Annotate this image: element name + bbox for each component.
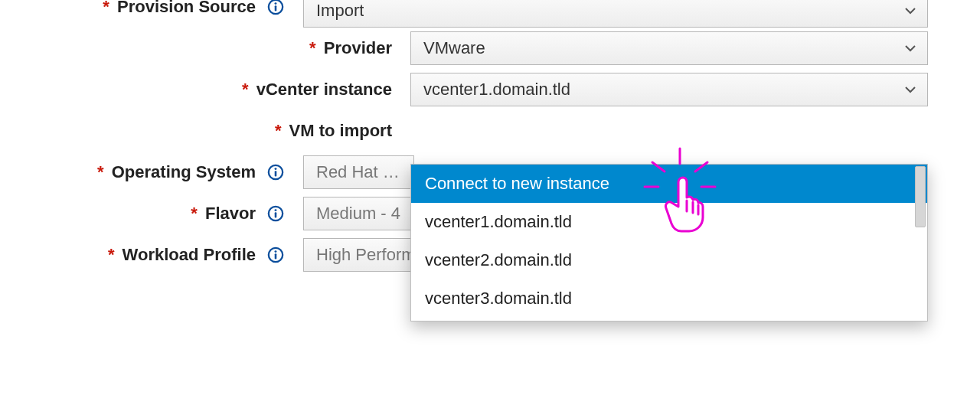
- info-icon[interactable]: [266, 163, 285, 181]
- provision-source-select[interactable]: Import: [303, 0, 928, 28]
- info-icon[interactable]: [266, 0, 285, 16]
- vm-to-import-label: VM to import: [289, 121, 392, 140]
- svg-rect-2: [275, 5, 277, 11]
- dropdown-option-connect-new[interactable]: Connect to new instance: [411, 165, 927, 203]
- provision-source-value: Import: [316, 1, 364, 21]
- operating-system-select[interactable]: Red Hat En: [303, 155, 414, 189]
- vcenter-instance-dropdown: Connect to new instance vcenter1.domain.…: [410, 164, 928, 322]
- svg-point-10: [275, 250, 277, 253]
- vcenter-instance-value: vcenter1.domain.tld: [423, 80, 570, 100]
- provider-select[interactable]: VMware: [410, 31, 928, 65]
- flavor-label: Flavor: [205, 204, 256, 223]
- dropdown-option-vcenter3[interactable]: vcenter3.domain.tld: [411, 279, 927, 318]
- dropdown-scrollbar[interactable]: [915, 166, 926, 227]
- required-asterisk: *: [242, 80, 249, 99]
- dropdown-option-label: vcenter3.domain.tld: [425, 289, 572, 308]
- info-icon[interactable]: [266, 204, 285, 223]
- required-asterisk: *: [108, 245, 115, 264]
- required-asterisk: *: [275, 121, 282, 140]
- vcenter-instance-label: vCenter instance: [256, 80, 392, 99]
- info-icon[interactable]: [266, 246, 285, 264]
- provider-label: Provider: [324, 38, 392, 57]
- svg-point-7: [275, 209, 277, 211]
- flavor-placeholder: Medium - 4: [316, 204, 400, 224]
- flavor-select[interactable]: Medium - 4: [303, 197, 414, 230]
- workload-profile-label: Workload Profile: [122, 245, 256, 264]
- provider-value: VMware: [423, 38, 485, 58]
- svg-point-4: [275, 168, 277, 170]
- chevron-down-icon: [904, 83, 916, 96]
- svg-point-1: [275, 2, 277, 5]
- dropdown-option-label: vcenter1.domain.tld: [425, 212, 572, 232]
- operating-system-label: Operating System: [112, 162, 256, 181]
- required-asterisk: *: [309, 38, 316, 57]
- dropdown-option-vcenter2[interactable]: vcenter2.domain.tld: [411, 241, 927, 279]
- required-asterisk: *: [103, 0, 109, 16]
- svg-rect-11: [275, 253, 277, 259]
- svg-rect-8: [275, 212, 277, 217]
- provision-source-label: Provision Source: [117, 0, 256, 16]
- operating-system-placeholder: Red Hat En: [316, 162, 403, 182]
- chevron-down-icon: [904, 42, 916, 54]
- vcenter-instance-select[interactable]: vcenter1.domain.tld: [410, 73, 928, 106]
- required-asterisk: *: [97, 162, 104, 181]
- chevron-down-icon: [904, 5, 916, 17]
- dropdown-option-label: vcenter2.domain.tld: [425, 250, 572, 270]
- dropdown-option-vcenter1[interactable]: vcenter1.domain.tld: [411, 203, 927, 241]
- dropdown-option-label: Connect to new instance: [425, 174, 609, 194]
- required-asterisk: *: [191, 204, 198, 223]
- svg-rect-5: [275, 171, 277, 176]
